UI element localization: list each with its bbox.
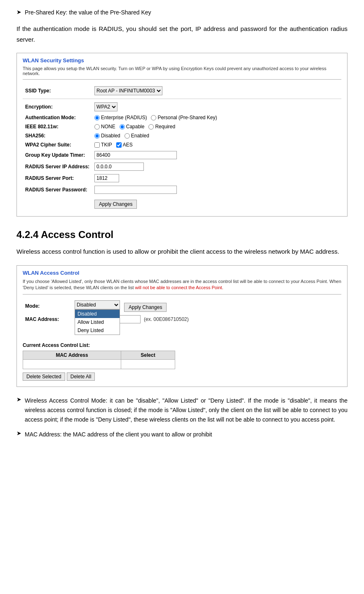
top-bullet: ➤ Pre-Shared Key: the value of the Pre-S…	[16, 8, 348, 17]
aes-checkbox[interactable]	[116, 142, 122, 148]
sha-disabled-text: Disabled	[101, 133, 120, 139]
wlan-security-box: WLAN Security Settings This page allows …	[16, 53, 348, 217]
wpa2-cipher-label: WPA2 Cipher Suite:	[23, 140, 92, 149]
radius-ip-input[interactable]: 0.0.0.0	[94, 163, 144, 171]
ieee-row: IEEE 802.11w: NONE Capable Required	[23, 122, 341, 131]
sha-enabled-radio[interactable]	[124, 133, 130, 139]
group-key-input[interactable]: 86400	[94, 151, 177, 159]
auth-enterprise-text: Enterprise (RADIUS)	[101, 115, 147, 120]
tkip-label[interactable]: TKIP	[94, 142, 112, 148]
auth-personal-label[interactable]: Personal (Pre-Shared Key)	[151, 115, 217, 120]
encryption-select[interactable]: WPA2	[94, 102, 117, 111]
wlan-access-title: WLAN Access Control	[23, 270, 341, 276]
apply-row: Apply Changes	[23, 196, 341, 210]
encryption-label: Encryption:	[23, 101, 92, 113]
ieee-none-label[interactable]: NONE	[94, 124, 115, 130]
sha-disabled-label[interactable]: Disabled	[94, 133, 120, 139]
radius-port-row: RADIUS Server Port: 1812	[23, 172, 341, 184]
current-list-section: Current Access Control List: MAC Address…	[23, 342, 341, 381]
ieee-capable-radio[interactable]	[120, 124, 125, 130]
ieee-capable-label[interactable]: Capable	[120, 124, 145, 130]
tkip-checkbox[interactable]	[94, 142, 100, 148]
bottom-bullet-1: ➤ Wireless Access Control Mode: it can b…	[16, 396, 348, 424]
sha-enabled-label[interactable]: Enabled	[124, 133, 149, 139]
auth-enterprise-radio[interactable]	[94, 115, 100, 120]
group-key-row: Group Key Update Timer: 86400	[23, 149, 341, 161]
wlan-access-box: WLAN Access Control If you choose 'Allow…	[16, 265, 348, 387]
auth-mode-label: Authentication Mode:	[23, 113, 92, 122]
radius-port-input[interactable]: 1812	[94, 174, 119, 182]
radius-pass-input[interactable]	[94, 186, 177, 194]
mac-table-body	[23, 360, 175, 369]
ac-mode-form: Mode: Disabled Allow Listed Deny Listed …	[23, 299, 341, 337]
ac-mode-select[interactable]: Disabled Allow Listed Deny Listed	[75, 300, 120, 309]
current-list-title: Current Access Control List:	[23, 342, 341, 348]
ac-mac-example: (ex. 00E086710502)	[144, 316, 189, 322]
bottom-bullet-2-arrow: ➤	[16, 430, 21, 436]
aes-label[interactable]: AES	[116, 142, 133, 148]
mac-address-table: MAC Address Select	[23, 351, 175, 369]
mac-table-empty-row	[23, 360, 175, 369]
ieee-none-text: NONE	[101, 124, 115, 130]
wlan-security-desc: This page allows you setup the WLAN secu…	[23, 66, 341, 80]
ieee-required-text: Required	[155, 124, 175, 130]
ac-apply-button[interactable]: Apply Changes	[124, 303, 167, 312]
wpa2-cipher-row: WPA2 Cipher Suite: TKIP AES	[23, 140, 341, 149]
sha-label: SHA256:	[23, 131, 92, 140]
wlan-security-form: SSID Type: Root AP - INFINITUM0003 Encry…	[23, 85, 341, 210]
mac-table-head: MAC Address Select	[23, 351, 175, 360]
wlan-security-apply-button[interactable]: Apply Changes	[94, 200, 137, 209]
ac-mode-control: Disabled Allow Listed Deny Listed Disabl…	[75, 300, 339, 312]
ac-mode-dropdown-wrapper[interactable]: Disabled Allow Listed Deny Listed Disabl…	[75, 300, 120, 309]
auth-enterprise-label[interactable]: Enterprise (RADIUS)	[94, 115, 147, 120]
wlan-security-title: WLAN Security Settings	[23, 57, 341, 64]
auth-personal-text: Personal (Pre-Shared Key)	[157, 115, 217, 120]
sha-enabled-text: Enabled	[131, 133, 149, 139]
mac-table-header-row: MAC Address Select	[23, 351, 175, 360]
bottom-bullets-section: ➤ Wireless Access Control Mode: it can b…	[16, 396, 348, 439]
delete-all-button[interactable]: Delete All	[67, 372, 95, 381]
ac-mode-label: Mode:	[23, 299, 72, 314]
section-heading: 4.2.4 Access Control	[16, 229, 348, 240]
bottom-bullet-1-text: Wireless Access Control Mode: it can be …	[25, 396, 348, 424]
ac-desc-red: will not be able to connect the Access P…	[135, 285, 223, 290]
sha-radio-group: Disabled Enabled	[94, 133, 339, 139]
sha-disabled-radio[interactable]	[94, 133, 100, 139]
mode-disabled-item[interactable]: Disabled	[75, 310, 120, 318]
ieee-capable-text: Capable	[126, 124, 145, 130]
wpa2-cipher-group: TKIP AES	[94, 142, 339, 148]
ac-mode-dropdown-menu: Disabled Allow Listed Deny Listed	[75, 309, 120, 335]
ieee-radio-group: NONE Capable Required	[94, 124, 339, 130]
bottom-bullet-2-text: MAC Address: the MAC address of the clie…	[25, 430, 212, 439]
pre-shared-key-text: Pre-Shared Key: the value of the Pre-Sha…	[25, 8, 151, 17]
ac-mode-row: Mode: Disabled Allow Listed Deny Listed …	[23, 299, 341, 314]
delete-selected-button[interactable]: Delete Selected	[23, 372, 65, 381]
radius-paragraph: If the authentication mode is RADIUS, yo…	[16, 24, 348, 45]
ssid-select[interactable]: Root AP - INFINITUM0003	[94, 86, 162, 95]
group-key-label: Group Key Update Timer:	[23, 149, 92, 161]
ieee-required-label[interactable]: Required	[148, 124, 175, 130]
radius-ip-row: RADIUS Server IP Address: 0.0.0.0	[23, 161, 341, 172]
ac-btns-row: Add Reset	[23, 325, 341, 337]
access-paragraph: Wireless access control function is used…	[16, 246, 348, 257]
mode-deny-item[interactable]: Deny Listed	[75, 326, 120, 335]
radius-port-label: RADIUS Server Port:	[23, 172, 92, 184]
select-col-header: Select	[121, 351, 175, 360]
radius-ip-label: RADIUS Server IP Address:	[23, 161, 92, 172]
ieee-label: IEEE 802.11w:	[23, 122, 92, 131]
auth-personal-radio[interactable]	[151, 115, 156, 120]
bottom-bullet-1-arrow: ➤	[16, 396, 21, 403]
delete-btn-group: Delete Selected Delete All	[23, 372, 341, 381]
ieee-required-radio[interactable]	[148, 124, 154, 130]
encryption-row: Encryption: WPA2	[23, 101, 341, 113]
ieee-none-radio[interactable]	[94, 124, 100, 130]
separator-row	[23, 97, 341, 101]
auth-mode-radio-group: Enterprise (RADIUS) Personal (Pre-Shared…	[94, 115, 339, 120]
mac-col-header: MAC Address	[23, 351, 121, 360]
aes-text: AES	[123, 142, 133, 148]
radius-pass-row: RADIUS Server Password:	[23, 184, 341, 196]
sha-row: SHA256: Disabled Enabled	[23, 131, 341, 140]
ssid-label: SSID Type:	[23, 85, 92, 97]
mode-allow-item[interactable]: Allow Listed	[75, 318, 120, 326]
ac-mac-row: MAC Address: (ex. 00E086710502)	[23, 314, 341, 325]
